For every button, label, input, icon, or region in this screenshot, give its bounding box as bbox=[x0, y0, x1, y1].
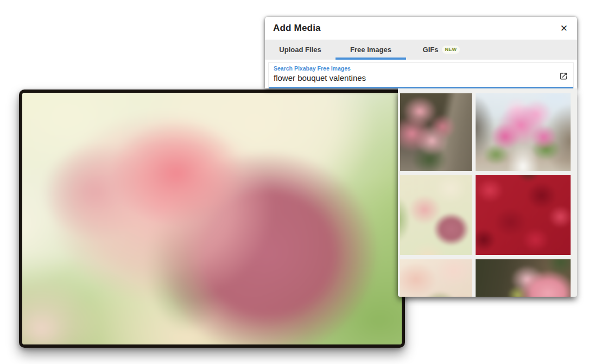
tab-label: Upload Files bbox=[279, 46, 321, 54]
close-icon: ✕ bbox=[560, 23, 568, 34]
open-external-button[interactable] bbox=[559, 72, 568, 81]
search-input[interactable] bbox=[274, 73, 550, 82]
modal-top-section: Add Media ✕ Upload Files Free Images GIF… bbox=[265, 17, 577, 88]
image-result[interactable] bbox=[400, 93, 472, 171]
search-field: Search Pixabay Free Images bbox=[268, 62, 574, 88]
external-link-icon bbox=[559, 72, 568, 80]
tab-label: Free Images bbox=[350, 46, 391, 54]
image-result[interactable] bbox=[476, 175, 571, 255]
search-section: Search Pixabay Free Images bbox=[265, 60, 577, 88]
new-badge: NEW bbox=[442, 46, 460, 54]
search-label: Search Pixabay Free Images bbox=[274, 65, 568, 72]
close-button[interactable]: ✕ bbox=[560, 24, 568, 33]
image-result[interactable] bbox=[476, 93, 571, 171]
image-result[interactable] bbox=[400, 259, 472, 297]
modal-title: Add Media bbox=[273, 23, 321, 34]
tab-free-images[interactable]: Free Images bbox=[336, 40, 406, 60]
modal-header: Add Media ✕ bbox=[265, 17, 577, 40]
tab-upload-files[interactable]: Upload Files bbox=[265, 40, 336, 60]
image-result[interactable] bbox=[476, 259, 571, 297]
tab-label: GIFs bbox=[423, 46, 439, 54]
tab-gifs[interactable]: GIFs NEW bbox=[406, 40, 477, 60]
tab-bar: Upload Files Free Images GIFs NEW bbox=[265, 40, 577, 60]
add-media-modal: Add Media ✕ Upload Files Free Images GIF… bbox=[265, 17, 577, 297]
image-result[interactable] bbox=[400, 175, 472, 255]
image-results-grid bbox=[398, 88, 577, 297]
